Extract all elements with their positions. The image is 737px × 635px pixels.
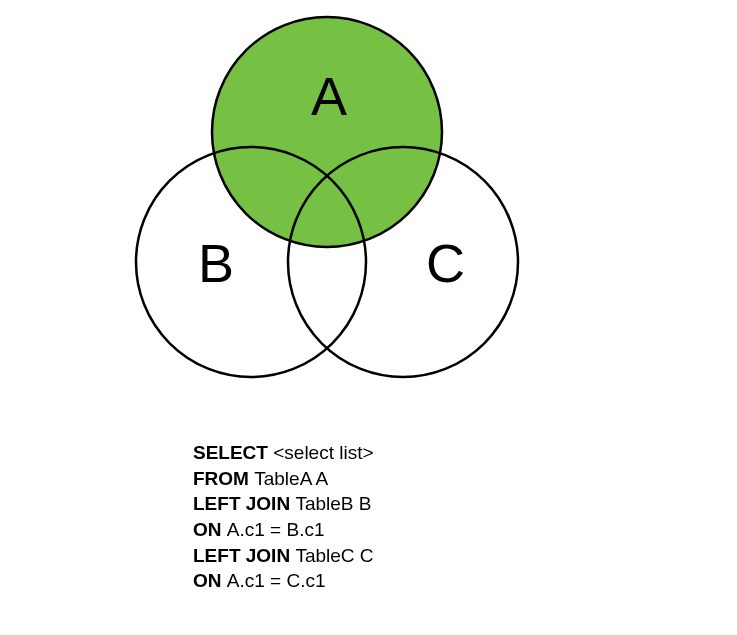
label-b: B [198,232,234,294]
label-c: C [426,232,465,294]
circle-a [212,17,442,247]
venn-diagram: A B C [0,0,737,425]
sql-text: TableA A [254,468,328,489]
sql-line-4: ON A.c1 = B.c1 [193,517,374,543]
sql-keyword: SELECT [193,442,273,463]
sql-text: A.c1 = B.c1 [227,519,325,540]
sql-keyword: ON [193,519,227,540]
sql-text: TableC C [295,545,373,566]
sql-text: A.c1 = C.c1 [227,570,326,591]
sql-line-1: SELECT <select list> [193,440,374,466]
venn-svg [0,0,737,425]
sql-keyword: FROM [193,468,254,489]
sql-keyword: LEFT JOIN [193,493,295,514]
sql-keyword: LEFT JOIN [193,545,295,566]
sql-text: TableB B [295,493,371,514]
sql-line-5: LEFT JOIN TableC C [193,543,374,569]
sql-line-6: ON A.c1 = C.c1 [193,568,374,594]
sql-line-2: FROM TableA A [193,466,374,492]
sql-line-3: LEFT JOIN TableB B [193,491,374,517]
sql-text: <select list> [273,442,373,463]
label-a: A [311,65,347,127]
sql-keyword: ON [193,570,227,591]
sql-code-block: SELECT <select list> FROM TableA A LEFT … [193,440,374,594]
